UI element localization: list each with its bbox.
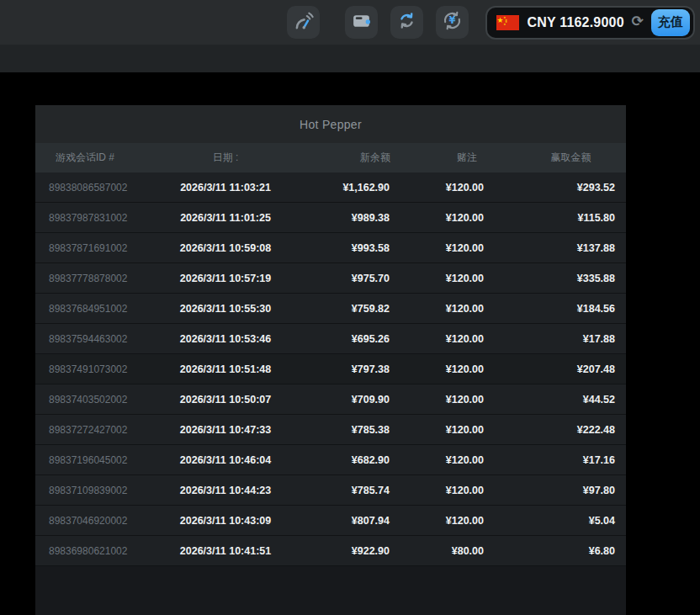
date-cell: 2026/3/11 10:41:51	[162, 545, 289, 557]
table-row: 898370469200022026/3/11 10:43:09¥807.94¥…	[35, 506, 626, 536]
sync-icon	[396, 10, 417, 34]
table-row: 898371098390022026/3/11 10:44:23¥785.74¥…	[35, 475, 626, 506]
date-cell: 2026/3/11 10:55:30	[162, 303, 289, 315]
table-row: 898372724270022026/3/11 10:47:33¥785.38¥…	[35, 415, 626, 445]
table-row: 898377788780022026/3/11 10:57:19¥975.70¥…	[35, 263, 626, 294]
session-id-cell: 89837403502002	[35, 394, 162, 406]
top-bar: ¥ ★ ★ ★ ★ ★ CNY 1162.9000 ⟳ 充值	[0, 0, 700, 45]
date-cell: 2026/3/11 10:46:04	[162, 454, 289, 466]
bet-cell: ¥120.00	[397, 303, 494, 315]
new-balance-cell: ¥993.58	[289, 242, 397, 254]
date-cell: 2026/3/11 10:44:23	[162, 485, 289, 496]
table-row: 898378716910022026/3/11 10:59:08¥993.58¥…	[35, 233, 626, 263]
wallet-button[interactable]	[345, 6, 378, 39]
recharge-button[interactable]: 充值	[651, 9, 690, 36]
balance-label: CNY 1162.9000	[527, 15, 623, 30]
svg-text:¥: ¥	[449, 14, 456, 26]
column-header-win-amount: 赢取金额	[494, 151, 626, 165]
new-balance-cell: ¥695.26	[289, 333, 397, 345]
session-id-cell: 89837778878002	[35, 273, 162, 284]
date-cell: 2026/3/11 10:53:46	[162, 333, 289, 345]
bet-cell: ¥120.00	[397, 182, 494, 194]
column-header-bet: 赌注	[397, 151, 494, 165]
date-cell: 2026/3/11 11:03:21	[162, 182, 289, 194]
gauge-icon	[293, 10, 315, 35]
win-amount-cell: ¥207.48	[494, 363, 626, 375]
session-id-cell: 89838086587002	[35, 182, 162, 194]
session-id-cell: 89837491073002	[35, 363, 162, 375]
date-cell: 2026/3/11 10:51:48	[162, 363, 289, 375]
bet-cell: ¥120.00	[397, 424, 494, 436]
date-cell: 2026/3/11 11:01:25	[162, 212, 289, 224]
table-row: 898380865870022026/3/11 11:03:21¥1,162.9…	[35, 172, 626, 203]
currency-selector[interactable]: ★ ★ ★ ★ ★ CNY 1162.9000 ⟳ 充值	[485, 6, 695, 40]
date-cell: 2026/3/11 10:57:19	[162, 273, 289, 284]
column-header-session-id: 游戏会话ID #	[35, 151, 162, 165]
bet-cell: ¥120.00	[397, 485, 494, 496]
win-amount-cell: ¥137.88	[494, 242, 626, 254]
column-header-date: 日期 :	[162, 151, 289, 165]
table-row: 898369806210022026/3/11 10:41:51¥922.90¥…	[35, 536, 626, 566]
new-balance-cell: ¥785.38	[289, 424, 397, 436]
session-id-cell: 89837684951002	[35, 303, 162, 315]
bet-cell: ¥120.00	[397, 363, 494, 375]
bet-cell: ¥120.00	[397, 515, 494, 527]
table-row: 898374035020022026/3/11 10:50:07¥709.90¥…	[35, 384, 626, 415]
new-balance-cell: ¥975.70	[289, 273, 397, 284]
table-row: 898375944630022026/3/11 10:53:46¥695.26¥…	[35, 324, 626, 354]
bet-cell: ¥120.00	[397, 273, 494, 284]
gauge-button[interactable]	[287, 6, 320, 39]
table-row: 898374910730022026/3/11 10:51:48¥797.38¥…	[35, 354, 626, 384]
bet-cell: ¥80.00	[397, 545, 494, 557]
session-id-cell: 89837594463002	[35, 333, 162, 345]
session-id-cell: 89837196045002	[35, 454, 162, 466]
bet-cell: ¥120.00	[397, 212, 494, 224]
sync-button[interactable]	[390, 6, 423, 39]
refresh-balance-icon[interactable]: ⟳	[632, 14, 644, 29]
new-balance-cell: ¥922.90	[289, 545, 397, 557]
date-cell: 2026/3/11 10:59:08	[162, 242, 289, 254]
bet-cell: ¥120.00	[397, 454, 494, 466]
new-balance-cell: ¥682.90	[289, 454, 397, 466]
win-amount-cell: ¥5.04	[494, 515, 626, 527]
date-cell: 2026/3/11 10:43:09	[162, 515, 289, 527]
secondary-bar	[0, 45, 700, 72]
new-balance-cell: ¥759.82	[289, 303, 397, 315]
game-title: Hot Pepper	[35, 105, 626, 143]
currency-exchange-button[interactable]: ¥	[436, 6, 469, 39]
currency-exchange-icon: ¥	[442, 10, 463, 34]
table-row: 898371960450022026/3/11 10:46:04¥682.90¥…	[35, 445, 626, 475]
session-id-cell: 89837109839002	[35, 485, 162, 496]
date-cell: 2026/3/11 10:50:07	[162, 394, 289, 406]
bet-cell: ¥120.00	[397, 242, 494, 254]
win-amount-cell: ¥293.52	[494, 182, 626, 194]
new-balance-cell: ¥807.94	[289, 515, 397, 527]
new-balance-cell: ¥785.74	[289, 485, 397, 496]
win-amount-cell: ¥184.56	[494, 303, 626, 315]
new-balance-cell: ¥797.38	[289, 363, 397, 375]
new-balance-cell: ¥709.90	[289, 394, 397, 406]
session-history-card: Hot Pepper 游戏会话ID # 日期 : 新余额 赌注 赢取金额 898…	[35, 105, 626, 615]
win-amount-cell: ¥6.80	[494, 545, 626, 557]
session-id-cell: 89837272427002	[35, 424, 162, 436]
session-id-cell: 89836980621002	[35, 545, 162, 557]
new-balance-cell: ¥989.38	[289, 212, 397, 224]
svg-text:★: ★	[497, 15, 504, 24]
session-id-cell: 89837987831002	[35, 212, 162, 224]
win-amount-cell: ¥44.52	[494, 394, 626, 406]
china-flag-icon: ★ ★ ★ ★ ★	[496, 15, 519, 30]
win-amount-cell: ¥17.16	[494, 454, 626, 466]
wallet-icon	[351, 10, 372, 34]
table-body: 898380865870022026/3/11 11:03:21¥1,162.9…	[35, 172, 626, 566]
bet-cell: ¥120.00	[397, 333, 494, 345]
session-id-cell: 89837046920002	[35, 515, 162, 527]
new-balance-cell: ¥1,162.90	[289, 182, 397, 194]
date-cell: 2026/3/11 10:47:33	[162, 424, 289, 436]
column-header-new-balance: 新余额	[289, 151, 397, 165]
win-amount-cell: ¥97.80	[494, 485, 626, 496]
session-id-cell: 89837871691002	[35, 242, 162, 254]
table-header-row: 游戏会话ID # 日期 : 新余额 赌注 赢取金额	[35, 143, 626, 172]
win-amount-cell: ¥335.88	[494, 273, 626, 284]
table-row: 898376849510022026/3/11 10:55:30¥759.82¥…	[35, 294, 626, 324]
win-amount-cell: ¥222.48	[494, 424, 626, 436]
